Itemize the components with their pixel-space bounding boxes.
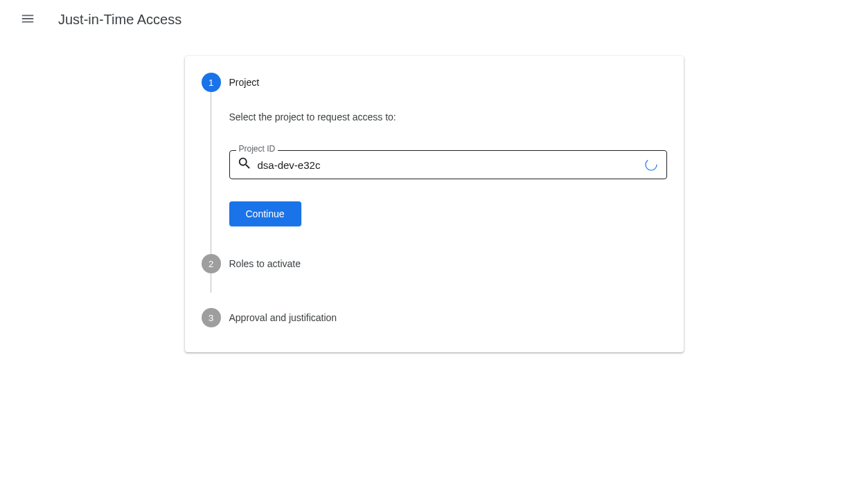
search-icon <box>238 156 252 174</box>
menu-button[interactable] <box>14 6 42 33</box>
project-id-input[interactable] <box>258 159 644 171</box>
continue-button[interactable]: Continue <box>229 201 301 226</box>
stepper-card: 1 Project Select the project to request … <box>185 56 684 352</box>
project-id-inputbox[interactable] <box>229 150 667 179</box>
step-body-project: Select the project to request access to:… <box>229 92 667 254</box>
step-connector <box>211 92 211 254</box>
app-title: Just-in-Time Access <box>58 12 181 28</box>
step-approval: 3 Approval and justification <box>202 308 667 336</box>
step-title-project: Project <box>229 77 260 88</box>
project-id-field: Project ID <box>229 150 667 179</box>
step-title-roles: Roles to activate <box>229 258 301 269</box>
step-title-approval: Approval and justification <box>229 312 337 323</box>
step-description: Select the project to request access to: <box>229 111 667 122</box>
step-project: 1 Project Select the project to request … <box>202 73 667 254</box>
step-number-badge: 1 <box>202 73 221 92</box>
step-number-badge: 3 <box>202 308 221 327</box>
top-bar: Just-in-Time Access <box>0 0 868 39</box>
step-gap <box>202 273 667 308</box>
step-header-3[interactable]: 3 Approval and justification <box>229 308 667 327</box>
hamburger-icon <box>20 11 35 28</box>
step-header-2[interactable]: 2 Roles to activate <box>229 254 667 273</box>
step-number-badge: 2 <box>202 254 221 273</box>
step-header-1[interactable]: 1 Project <box>229 73 667 92</box>
step-connector <box>211 273 211 293</box>
step-roles: 2 Roles to activate <box>202 254 667 273</box>
loading-spinner-icon <box>644 158 658 172</box>
svg-point-0 <box>646 159 657 170</box>
project-id-label: Project ID <box>236 144 278 154</box>
